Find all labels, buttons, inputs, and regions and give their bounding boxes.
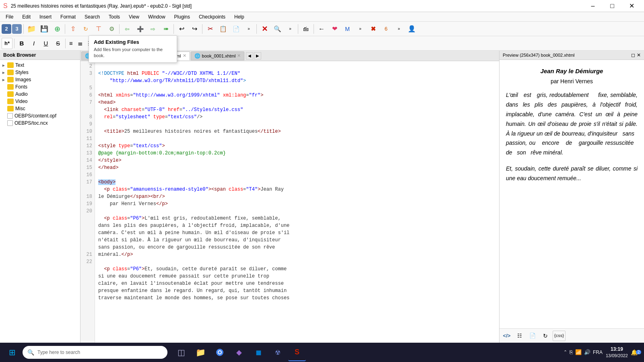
toolbar-btn-3[interactable]: 3: [12, 24, 22, 34]
redo-button[interactable]: ↪: [188, 23, 200, 35]
menu-insert[interactable]: Insert: [35, 13, 56, 21]
red-circle-btn[interactable]: ✖: [367, 23, 379, 35]
taskbar-app-discord[interactable]: ☢: [269, 343, 287, 361]
chevron-tb3[interactable]: »: [354, 23, 366, 35]
dots-button[interactable]: ➠: [160, 23, 172, 35]
tree-item-styles[interactable]: ► Styles: [0, 69, 80, 76]
notification-button[interactable]: 🔔 2: [631, 348, 641, 357]
copy-button[interactable]: 📋: [217, 23, 229, 35]
up-arrow-button[interactable]: ⇧: [67, 23, 79, 35]
menu-plugins[interactable]: Plugins: [170, 13, 194, 21]
tree-item-fonts[interactable]: ► Fonts: [0, 83, 80, 90]
file-item-toc-ncx[interactable]: OEBPS/toc.ncx: [0, 119, 80, 127]
tab-nav: ◀ ▶: [246, 52, 261, 60]
preview-list-button[interactable]: ☷: [514, 331, 525, 341]
tab-prev-button[interactable]: ◀: [246, 52, 253, 60]
tree-item-images[interactable]: ► Images: [0, 76, 80, 83]
preview-close-button[interactable]: ✕: [637, 52, 641, 58]
underline-button[interactable]: U: [40, 38, 52, 49]
tab-book-0001[interactable]: 🌐 book_0001.xhtml ✕: [191, 51, 245, 60]
chevron-up-icon[interactable]: ⌃: [564, 350, 567, 355]
tab-close-0001[interactable]: ✕: [237, 53, 241, 58]
open-folder-button[interactable]: 📁: [25, 23, 37, 35]
start-button[interactable]: ⊞: [3, 343, 21, 361]
search-btn[interactable]: 🔍: [271, 23, 283, 35]
preview-refresh-button[interactable]: ↻: [540, 331, 551, 341]
preview-detach-button[interactable]: ◻: [631, 52, 635, 58]
align-left-button[interactable]: ≡: [67, 38, 75, 49]
preview-title-bar: Preview (256x347) book_0002.xhtml ◻ ✕: [500, 51, 644, 60]
cut-button[interactable]: ✂: [204, 23, 216, 35]
align-center-button[interactable]: ≣: [76, 38, 85, 49]
volume-icon[interactable]: 🔊: [584, 349, 590, 355]
taskbar-search-box[interactable]: 🔍 Type here to search: [23, 346, 167, 359]
tooltip-text: Add files from your computer to the book…: [94, 47, 172, 59]
tree-item-audio[interactable]: ► Audio: [0, 90, 80, 98]
book-browser-panel: Book Browser ► Text ► Styles ► Images ► …: [0, 51, 80, 343]
menu-format[interactable]: Format: [56, 13, 80, 21]
toolbar-sep-4: [173, 24, 174, 34]
gear-button[interactable]: ⚙: [105, 23, 118, 35]
taskbar-app-purple[interactable]: ◆: [230, 343, 248, 361]
heart-button[interactable]: ❤: [328, 23, 341, 35]
six-btn[interactable]: 6: [380, 23, 392, 35]
menu-view[interactable]: View: [125, 13, 143, 21]
file-label-opf: OEBPS/content.opf: [14, 113, 56, 119]
tree-label-video: Video: [15, 99, 27, 104]
taskbar-clock[interactable]: 13:19 13/09/2022: [606, 346, 628, 358]
bold-button[interactable]: B: [16, 38, 27, 49]
file-item-content-opf[interactable]: OEBPS/content.opf: [0, 112, 80, 119]
code-content[interactable]: <!DOCTYPE html PUBLIC "-//W3C//DTD XHTML…: [95, 61, 499, 343]
taskbar-sys-icons: ⌃ ⎘ 📶 🔊 FRA: [564, 349, 603, 355]
undo-button[interactable]: ↩: [175, 23, 188, 35]
taskbar-app-explorer[interactable]: 📁: [192, 343, 209, 361]
minimize-button[interactable]: –: [584, 0, 602, 12]
preview-code-button[interactable]: </>: [501, 331, 512, 341]
clock-date: 13/09/2022: [606, 353, 628, 358]
tree-item-video[interactable]: ► Video: [0, 98, 80, 105]
tree-item-text[interactable]: ► Text: [0, 62, 80, 69]
preview-copy-button[interactable]: 📄: [527, 331, 538, 341]
flow-button[interactable]: ⊤: [93, 23, 105, 35]
italic-button[interactable]: I: [28, 38, 39, 49]
strikethrough-button[interactable]: S: [52, 38, 64, 49]
code-editor[interactable]: 2 3 5 6 7 8 9 10 11 12 13 14 15 16 17 18…: [80, 61, 499, 343]
taskbar-app-vscode[interactable]: ◼: [250, 343, 267, 361]
menu-window[interactable]: Window: [144, 13, 169, 21]
back-button[interactable]: ←: [316, 23, 328, 35]
arrow-right1-button[interactable]: ⇨: [147, 23, 159, 35]
add-files-button[interactable]: ⊕: [51, 23, 63, 35]
taskbar-app-sigil[interactable]: S: [288, 343, 306, 361]
tab-close-0000[interactable]: ✕: [183, 53, 186, 58]
undo2-button[interactable]: ↻: [80, 23, 92, 35]
paste-button[interactable]: 📄: [230, 23, 242, 35]
clock-time: 13:19: [606, 346, 628, 353]
person-btn[interactable]: 👤: [406, 23, 418, 35]
chevron-tb1[interactable]: »: [243, 23, 255, 35]
mail-button[interactable]: M: [341, 23, 353, 35]
view-btn[interactable]: 🖮: [300, 23, 312, 35]
heading-selector[interactable]: h*: [2, 38, 12, 49]
menu-file[interactable]: File: [2, 13, 17, 21]
chevron-tb2[interactable]: »: [284, 23, 296, 35]
layout-button[interactable]: ➕: [134, 23, 146, 35]
save-button[interactable]: 💾: [38, 23, 50, 35]
close-button[interactable]: ✕: [622, 0, 641, 12]
menu-tools[interactable]: Tools: [105, 13, 124, 21]
taskbar-app-taskview[interactable]: ◫: [172, 343, 190, 361]
menu-edit[interactable]: Edit: [18, 13, 35, 21]
menu-checkpoints[interactable]: Checkpoints: [195, 13, 229, 21]
network-icon[interactable]: ⎘: [570, 349, 573, 355]
menu-help[interactable]: Help: [230, 13, 248, 21]
menu-search[interactable]: Search: [80, 13, 104, 21]
x-button[interactable]: ✕: [258, 23, 270, 35]
chevron-tb4[interactable]: »: [393, 23, 405, 35]
preview-css-button[interactable]: {css}: [553, 331, 566, 341]
tree-item-misc[interactable]: ► Misc: [0, 105, 80, 112]
arrow-left1-button[interactable]: ⇦: [121, 23, 133, 35]
toolbar-btn-2[interactable]: 2: [2, 24, 11, 34]
maximize-button[interactable]: □: [603, 0, 621, 12]
tab-next-button[interactable]: ▶: [254, 52, 261, 60]
taskbar-app-chrome[interactable]: [211, 343, 229, 361]
notification-badge: 2: [636, 350, 642, 354]
